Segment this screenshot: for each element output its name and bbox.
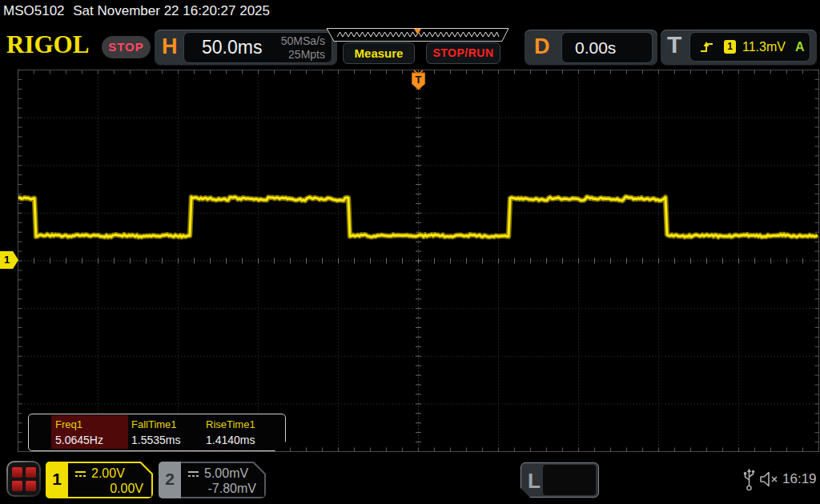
measure-button[interactable]: Measure (343, 42, 415, 64)
measurement-label: Freq1 (55, 418, 82, 430)
measurement-value: 1.5535ms (131, 434, 180, 446)
delay-value: 0.00s (575, 33, 616, 62)
run-state-badge: STOP (102, 36, 151, 58)
channel2-values: 5.00mV -7.80mV (181, 463, 264, 497)
channel2-scale: 5.00mV (204, 466, 248, 481)
channel1-scale: 2.00V (91, 466, 125, 481)
timebase-value: 50.0ms (202, 33, 262, 62)
model-name: MSO5102 (3, 3, 65, 18)
svg-text:T: T (416, 74, 422, 86)
channel2-offset: -7.80mV (208, 482, 256, 496)
channel1-number-tab: 1 (46, 462, 68, 498)
speaker-muted-icon (759, 470, 780, 488)
sample-rate: 50MSa/s (281, 34, 325, 48)
graticule (18, 70, 819, 452)
delay-inner: 0.00s (561, 32, 653, 63)
channel1-position-marker[interactable]: 1 (0, 251, 18, 269)
trigger-source-badge: 1 (724, 40, 736, 54)
trigger-label: T (667, 31, 681, 58)
dc-coupling-icon (74, 470, 86, 478)
trigger-sweep-mode: A (795, 40, 805, 54)
trigger-block[interactable]: T 1 11.3mV A (661, 30, 817, 66)
usb-icon (743, 468, 755, 491)
dc-coupling-icon (187, 470, 199, 478)
measurement-label: RiseTime1 (206, 418, 255, 430)
trigger-position-marker[interactable]: T (412, 70, 425, 90)
oscilloscope-screen: MSO5102 Sat November 22 16:20:27 2025 RI… (0, 0, 820, 504)
rising-edge-icon (700, 41, 714, 54)
trigger-inner: 1 11.3mV A (689, 32, 810, 62)
measurement-results-box[interactable]: Freq1 5.0645Hz FallTime1 1.5535ms RiseTi… (28, 414, 286, 451)
red-grid-icon (8, 462, 39, 495)
ch1-trace (18, 197, 818, 237)
measurement-value: 1.4140ms (206, 434, 255, 446)
delay-label: D (534, 34, 550, 59)
delay-block[interactable]: D 0.00s (525, 30, 657, 66)
measurement-value: 5.0645Hz (55, 434, 103, 446)
logic-label: L (528, 469, 541, 494)
channel2-status-block[interactable]: 5.00mV -7.80mV 2 (159, 462, 266, 498)
digital-channel-numbers: 0 1 2 3 4 5 6 7 8 9 1011 12131415 (543, 465, 596, 495)
memory-depth: 25Mpts (281, 48, 325, 62)
clock: 16:19 (782, 471, 817, 487)
horizontal-settings-block[interactable]: H 50.0ms 50MSa/s 25Mpts (155, 30, 337, 66)
channel2-number-tab: 2 (159, 462, 181, 498)
channel1-offset: 0.00V (110, 482, 143, 496)
date-time: Sat November 22 16:20:27 2025 (73, 3, 270, 18)
status-bar: MSO5102 Sat November 22 16:20:27 2025 (0, 0, 820, 24)
stop-run-button[interactable]: STOP/RUN (426, 42, 500, 64)
horizontal-label: H (162, 34, 178, 59)
digital-channels-row1: 0 1 2 3 4 5 6 7 (547, 496, 596, 504)
acquisition-info: 50MSa/s 25Mpts (281, 34, 325, 62)
logic-analyzer-block[interactable]: L 0 1 2 3 4 5 6 7 8 9 1011 12131415 (521, 462, 599, 498)
function-navigation-icon[interactable] (6, 461, 41, 497)
waveform-display: T (18, 70, 820, 453)
trigger-level-value: 11.3mV (742, 40, 786, 54)
measurement-label: FallTime1 (131, 418, 177, 430)
ch1-trace-glow (18, 197, 818, 237)
horizontal-inner: 50.0ms 50MSa/s 25Mpts (183, 32, 332, 63)
rigol-logo: RIGOL (6, 30, 89, 60)
waveform-overview-strip[interactable] (326, 28, 509, 42)
channel1-status-block[interactable]: 2.00V 0.00V 1 (46, 462, 153, 498)
channel1-values: 2.00V 0.00V (68, 463, 151, 497)
